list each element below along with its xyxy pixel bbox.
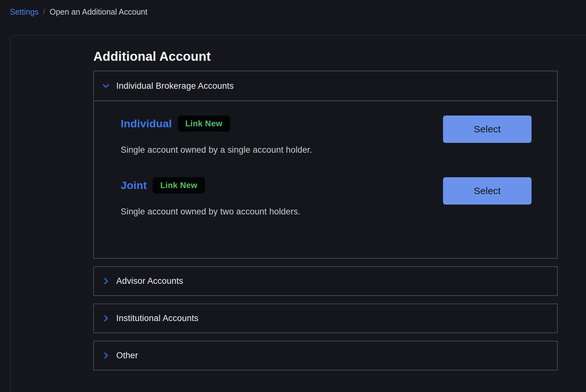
chevron-right-icon [102, 314, 110, 323]
account-option-individual: Individual Link New Single account owned… [121, 116, 532, 155]
accordion-label: Individual Brokerage Accounts [116, 81, 234, 91]
chevron-down-icon [102, 82, 110, 90]
account-option-joint: Joint Link New Single account owned by t… [121, 177, 532, 217]
accordion-label: Other [116, 351, 138, 360]
accordion-content-individual-brokerage-accounts: Individual Link New Single account owned… [94, 101, 557, 258]
account-option-info: Individual Link New Single account owned… [121, 116, 312, 155]
chevron-right-icon [102, 277, 110, 285]
account-type-accordions: Individual Brokerage Accounts Individual… [93, 71, 558, 370]
accordion-label: Advisor Accounts [116, 276, 183, 286]
accordion-advisor-accounts: Advisor Accounts [93, 266, 558, 296]
select-individual-button[interactable]: Select [443, 116, 532, 143]
select-joint-button[interactable]: Select [443, 177, 532, 205]
link-new-badge: Link New [153, 177, 205, 193]
account-option-info: Joint Link New Single account owned by t… [121, 177, 300, 217]
additional-account-card: Additional Account Individual Brokerage … [10, 35, 586, 392]
accordion-other: Other [93, 341, 558, 370]
breadcrumb: Settings / Open an Additional Account [10, 7, 147, 17]
accordion-header-other[interactable]: Other [94, 341, 557, 370]
accordion-header-individual-brokerage-accounts[interactable]: Individual Brokerage Accounts [94, 71, 557, 101]
accordion-individual-brokerage-accounts: Individual Brokerage Accounts Individual… [93, 71, 558, 259]
accordion-header-advisor-accounts[interactable]: Advisor Accounts [94, 267, 557, 295]
breadcrumb-link-settings[interactable]: Settings [10, 7, 39, 17]
page-title: Additional Account [93, 49, 586, 64]
accordion-institutional-accounts: Institutional Accounts [93, 304, 558, 333]
link-new-badge: Link New [178, 116, 230, 132]
account-option-description: Single account owned by two account hold… [121, 207, 300, 217]
breadcrumb-current-page: Open an Additional Account [50, 7, 147, 17]
accordion-label: Institutional Accounts [116, 313, 198, 323]
accordion-header-institutional-accounts[interactable]: Institutional Accounts [94, 304, 557, 332]
chevron-right-icon [102, 351, 110, 360]
breadcrumb-separator: / [43, 7, 45, 17]
account-option-description: Single account owned by a single account… [121, 145, 312, 155]
account-option-name: Joint [121, 179, 147, 192]
account-option-name: Individual [121, 117, 172, 130]
